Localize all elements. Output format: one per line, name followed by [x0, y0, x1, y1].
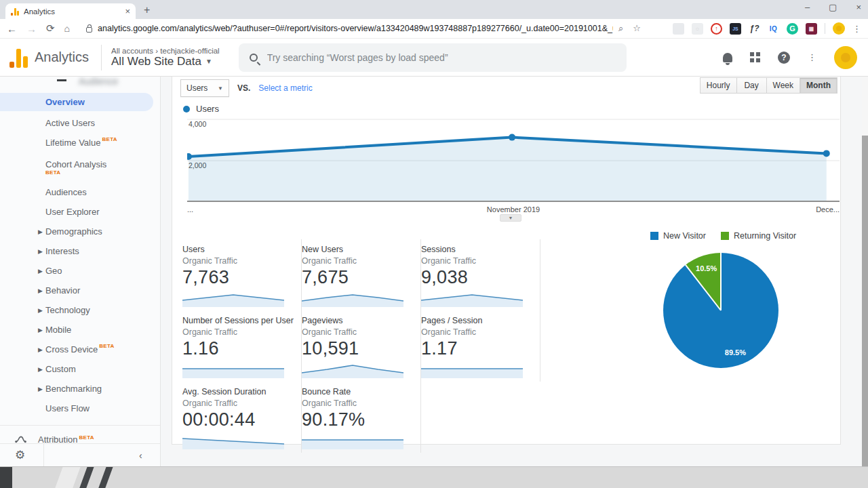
collapse-sidebar-icon[interactable]: ‹ [139, 450, 142, 461]
users-timeline-chart[interactable]: 2,0004,000 [187, 115, 840, 202]
sidebar-item-cohort-analysis[interactable]: Cohort AnalysisBETA [0, 152, 160, 182]
tab-week[interactable]: Week [767, 77, 800, 94]
new-tab-button[interactable]: + [144, 4, 150, 16]
extension-function-icon[interactable]: ƒ? [749, 23, 760, 35]
apps-grid-icon[interactable] [750, 52, 760, 62]
sparkline-chart [421, 361, 523, 378]
browser-profile-avatar[interactable] [833, 22, 845, 35]
user-avatar[interactable] [834, 46, 857, 69]
chart-expander-button[interactable]: ▼ [500, 214, 521, 222]
granularity-tabs: Hourly Day Week Month [700, 77, 837, 94]
scorecard-avg-session-duration[interactable]: Avg. Session Duration Organic Traffic 00… [182, 382, 302, 453]
select-metric-link[interactable]: Select a metric [258, 83, 312, 93]
expand-arrow-icon: ▶ [38, 366, 43, 373]
scorecard-pageviews[interactable]: Pageviews Organic Traffic 10,591 [302, 310, 421, 382]
zoom-indicator-icon[interactable]: ⌕ [618, 23, 623, 34]
window-close-icon[interactable]: × [856, 2, 861, 12]
header-menu-icon[interactable]: ⋮ [808, 52, 816, 62]
sidebar-item-behavior[interactable]: ▶Behavior [0, 281, 160, 300]
expand-arrow-icon: ▶ [38, 268, 43, 274]
search-bar[interactable] [239, 43, 627, 72]
sidebar-item-mobile[interactable]: ▶Mobile [0, 320, 160, 340]
notifications-bell-icon[interactable] [723, 53, 732, 62]
property-name: All Web Site Data [111, 55, 201, 68]
expand-arrow-icon: ▶ [38, 248, 43, 255]
scrollbar-thumb[interactable] [862, 136, 868, 466]
home-icon[interactable]: ⌂ [64, 23, 70, 34]
tab-day[interactable]: Day [737, 77, 767, 94]
url-text[interactable]: analytics.google.com/analytics/web/?auth… [98, 24, 613, 33]
expand-arrow-icon: ▶ [38, 287, 43, 294]
pie-legend: New Visitor Returning Visitor [640, 231, 837, 241]
metric-selector-dropdown[interactable]: Users ▼ [180, 79, 229, 97]
browser-tab[interactable]: Analytics × [5, 3, 136, 19]
tab-month[interactable]: Month [800, 77, 837, 94]
legend-returning-visitor: Returning Visitor [734, 231, 796, 241]
extension-devtool-icon[interactable]: JS [730, 23, 741, 35]
sidebar-nav: Audience Overview Active Users Lifetime … [0, 77, 161, 466]
extension-analytics-icon[interactable]: ▦ [806, 23, 817, 35]
sidebar-item-overview[interactable]: Overview [0, 93, 153, 111]
window-minimize-icon[interactable]: – [805, 2, 810, 12]
extension-iq-icon[interactable]: IQ [768, 23, 779, 35]
search-input[interactable] [267, 52, 593, 63]
scorecard-bounce-rate[interactable]: Bounce Rate Organic Traffic 90.17% [302, 382, 421, 453]
sidebar-item-technology[interactable]: ▶Technology [0, 300, 160, 320]
sidebar-item-interests[interactable]: ▶Interests [0, 241, 160, 261]
property-caret-icon[interactable]: ▼ [205, 58, 212, 65]
reload-icon[interactable]: ⟳ [46, 22, 55, 35]
beta-badge: BETA [79, 434, 94, 441]
extensions-row: ◌ ↑ JS ƒ? IQ G ▦ ⋮ [673, 22, 861, 35]
extension-1-icon[interactable] [673, 23, 684, 35]
forward-icon[interactable]: → [26, 23, 37, 35]
sidebar-item-custom[interactable]: ▶Custom [0, 359, 160, 379]
legend-new-visitor: New Visitor [663, 231, 706, 241]
ga-header: Analytics All accounts › techjackie-offi… [0, 39, 868, 77]
sidebar-item-geo[interactable]: ▶Geo [0, 261, 160, 281]
collapse-minus-icon [57, 79, 66, 81]
analytics-logo-icon[interactable] [9, 47, 28, 68]
sidebar-item-benchmarking[interactable]: ▶Benchmarking [0, 379, 160, 399]
search-icon [250, 54, 258, 62]
window-maximize-icon[interactable]: ▢ [829, 2, 837, 12]
extension-2-icon[interactable]: ◌ [692, 23, 703, 35]
tab-hourly[interactable]: Hourly [700, 77, 737, 94]
breadcrumb-chevron-icon: › [155, 47, 158, 55]
sidebar-item-users-flow[interactable]: Users Flow [0, 399, 160, 418]
scorecard-sessions-per-user[interactable]: Number of Sessions per User Organic Traf… [182, 310, 302, 382]
scorecard-new-users[interactable]: New Users Organic Traffic 7,675 [302, 239, 421, 310]
browser-menu-icon[interactable]: ⋮ [852, 24, 861, 34]
returning-visitor-swatch-icon [721, 232, 729, 240]
scorecard-pages-per-session[interactable]: Pages / Session Organic Traffic 1.17 [421, 310, 540, 382]
tab-title: Analytics [24, 7, 120, 16]
sidebar-item-user-explorer[interactable]: User Explorer [0, 202, 160, 222]
tab-close-icon[interactable]: × [125, 6, 130, 16]
visitor-pie-chart[interactable]: 10.5% 89.5% [663, 253, 778, 368]
sidebar-item-active-users[interactable]: Active Users [0, 113, 160, 133]
sparkline-chart [182, 432, 284, 449]
vs-label: VS. [237, 83, 250, 93]
legend-label: Users [196, 104, 219, 114]
address-bar[interactable]: analytics.google.com/analytics/web/?auth… [79, 20, 663, 37]
back-icon[interactable]: ← [7, 23, 17, 35]
lock-icon [86, 27, 92, 33]
account-picker[interactable]: All accounts › techjackie-official All W… [111, 47, 220, 68]
analytics-favicon-icon [11, 7, 19, 16]
product-title: Analytics [35, 49, 89, 65]
x-axis-labels: ... November 2019 Dece... [187, 205, 840, 215]
scorecard-sessions[interactable]: Sessions Organic Traffic 9,038 [421, 239, 540, 310]
sidebar-item-audiences[interactable]: Audiences [0, 182, 160, 202]
sidebar-item-demographics[interactable]: ▶Demographics [0, 222, 160, 241]
admin-gear-icon[interactable]: ⚙ [15, 448, 25, 462]
sidebar-item-lifetime-value[interactable]: Lifetime ValueBETA [0, 133, 160, 152]
browser-toolbar: ← → ⟳ ⌂ analytics.google.com/analytics/w… [0, 19, 868, 39]
bookmark-star-icon[interactable]: ☆ [633, 23, 641, 34]
sidebar-section-audience[interactable]: Audience [0, 77, 160, 89]
scorecard-users[interactable]: Users Organic Traffic 7,763 [182, 239, 302, 310]
extension-recorder-icon[interactable]: ↑ [711, 23, 722, 35]
browser-tab-strip: Analytics × + – ▢ × [0, 0, 868, 19]
svg-text:4,000: 4,000 [189, 120, 206, 128]
sidebar-item-cross-device[interactable]: ▶Cross DeviceBETA [0, 340, 160, 359]
help-icon[interactable]: ? [778, 52, 790, 64]
extension-grammarly-icon[interactable]: G [787, 23, 798, 35]
